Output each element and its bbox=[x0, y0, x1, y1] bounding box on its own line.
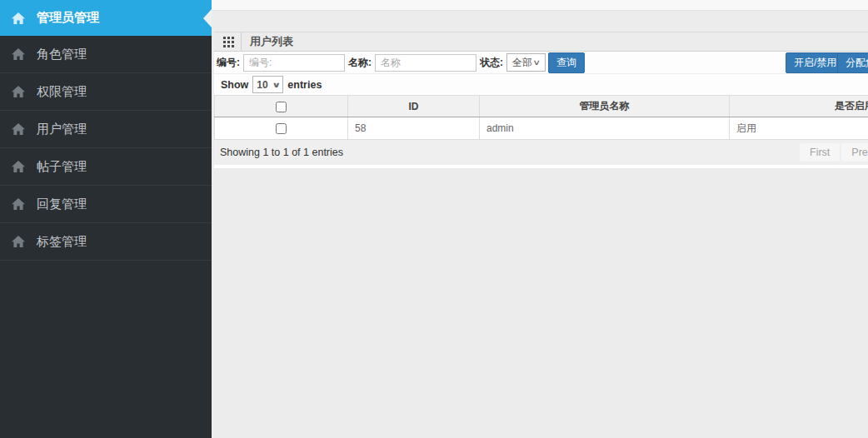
status-select-value: 全部 bbox=[512, 56, 532, 70]
sidebar-item-label: 管理员管理 bbox=[37, 10, 99, 26]
chevron-down-icon: ∨ bbox=[272, 81, 281, 89]
tab-label: 用户列表 bbox=[250, 34, 293, 49]
entries-label: entries bbox=[287, 79, 322, 91]
select-all-header bbox=[215, 96, 348, 117]
home-icon bbox=[12, 236, 25, 248]
sidebar: 管理员管理 角色管理 权限管理 用户管理 帖子管理 回复管理 标签 bbox=[0, 0, 212, 438]
col-header-admin-name[interactable]: 管理员名称 bbox=[480, 96, 730, 117]
home-icon bbox=[12, 161, 25, 173]
cell-enabled: 启用 bbox=[730, 117, 868, 140]
sidebar-item-label: 权限管理 bbox=[37, 84, 87, 100]
id-filter-input[interactable] bbox=[243, 54, 345, 72]
sidebar-item-label: 帖子管理 bbox=[37, 159, 87, 175]
panel-bottom-edge bbox=[214, 165, 868, 168]
sidebar-item-label: 角色管理 bbox=[37, 47, 87, 62]
user-list-panel: 用户列表 编号: 名称: 状态: 全部 ∨ 查询 开启/禁用 分配角色 Show bbox=[214, 32, 868, 168]
select-all-checkbox[interactable] bbox=[276, 102, 287, 112]
id-filter-label: 编号: bbox=[217, 56, 240, 70]
cell-admin-name: admin bbox=[480, 117, 730, 140]
main-content: 用户列表 编号: 名称: 状态: 全部 ∨ 查询 开启/禁用 分配角色 Show bbox=[212, 0, 868, 438]
query-button[interactable]: 查询 bbox=[548, 52, 585, 73]
top-strip bbox=[212, 0, 868, 11]
row-select-cell bbox=[215, 117, 348, 140]
tab-user-list[interactable]: 用户列表 bbox=[241, 32, 302, 51]
row-checkbox[interactable] bbox=[276, 123, 287, 134]
pagination: First Previous bbox=[800, 143, 868, 162]
sidebar-item-user-management[interactable]: 用户管理 bbox=[0, 111, 212, 148]
home-icon bbox=[12, 198, 25, 211]
col-header-id[interactable]: ID bbox=[348, 96, 480, 117]
show-label: Show bbox=[221, 79, 248, 91]
table-footer: Showing 1 to 1 of 1 entries First Previo… bbox=[214, 140, 868, 165]
enable-disable-button[interactable]: 开启/禁用 bbox=[786, 52, 845, 73]
home-icon bbox=[12, 48, 25, 61]
panel-body: 编号: 名称: 状态: 全部 ∨ 查询 开启/禁用 分配角色 Show 10 ∨ bbox=[214, 52, 868, 165]
table-info: Showing 1 to 1 of 1 entries bbox=[220, 147, 343, 158]
sidebar-item-role-management[interactable]: 角色管理 bbox=[0, 36, 212, 73]
sidebar-item-permission-management[interactable]: 权限管理 bbox=[0, 73, 212, 111]
home-icon bbox=[12, 86, 25, 98]
sidebar-item-reply-management[interactable]: 回复管理 bbox=[0, 186, 212, 223]
name-filter-label: 名称: bbox=[348, 56, 372, 70]
tab-bar: 用户列表 bbox=[214, 32, 868, 52]
table-row: 58 admin 启用 bbox=[215, 117, 868, 140]
chevron-down-icon: ∨ bbox=[533, 58, 541, 67]
previous-page-button[interactable]: Previous bbox=[841, 143, 868, 162]
grid-icon bbox=[223, 37, 234, 47]
filter-toolbar: 编号: 名称: 状态: 全部 ∨ 查询 开启/禁用 分配角色 bbox=[214, 52, 868, 74]
length-control: Show 10 ∨ entries bbox=[214, 74, 868, 95]
home-icon bbox=[12, 12, 25, 24]
sidebar-item-tag-management[interactable]: 标签管理 bbox=[0, 223, 212, 261]
home-icon bbox=[12, 123, 25, 136]
page-length-select[interactable]: 10 ∨ bbox=[252, 76, 283, 93]
users-table: ID 管理员名称 是否启用 58 admin 启用 bbox=[214, 95, 868, 140]
cell-id: 58 bbox=[348, 117, 480, 140]
active-item-arrow bbox=[203, 9, 212, 27]
status-filter-label: 状态: bbox=[480, 56, 503, 70]
sidebar-item-label: 回复管理 bbox=[37, 197, 87, 212]
col-header-enabled[interactable]: 是否启用 bbox=[730, 96, 868, 117]
page-length-value: 10 bbox=[257, 79, 267, 91]
name-filter-input[interactable] bbox=[375, 54, 476, 72]
first-page-button[interactable]: First bbox=[800, 143, 840, 162]
table-header-row: ID 管理员名称 是否启用 bbox=[215, 96, 868, 117]
sidebar-item-label: 标签管理 bbox=[37, 234, 87, 250]
sidebar-item-post-management[interactable]: 帖子管理 bbox=[0, 148, 212, 186]
sidebar-item-label: 用户管理 bbox=[37, 122, 87, 137]
sidebar-item-admin-management[interactable]: 管理员管理 bbox=[0, 0, 212, 36]
assign-role-button[interactable]: 分配角色 bbox=[837, 52, 868, 73]
status-select[interactable]: 全部 ∨ bbox=[506, 53, 546, 72]
